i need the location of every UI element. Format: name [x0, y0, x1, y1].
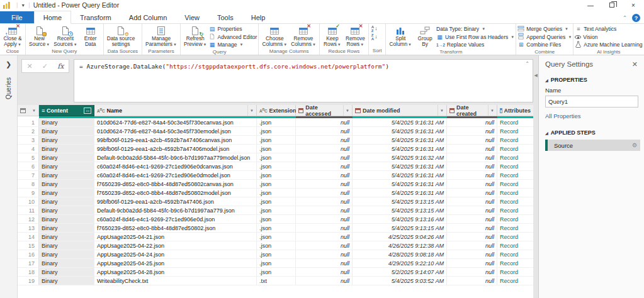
close-button[interactable]: ×	[623, 0, 644, 10]
cell-content[interactable]: Binary	[39, 259, 94, 268]
cell-date-modified[interactable]: 5/4/2025 9:16:31 AM	[353, 145, 447, 153]
cell-extension[interactable]: .json	[257, 215, 296, 224]
cell-name[interactable]: f7650239-d852-e8c0-8bb4-48d87ed50802mode…	[94, 189, 257, 197]
cell-date-accessed[interactable]: null	[296, 224, 353, 233]
cell-content[interactable]: Binary	[39, 268, 94, 277]
quick-access-dropdown-icon[interactable]: ▼	[21, 3, 25, 8]
cell-date-created[interactable]: null	[447, 206, 497, 215]
cell-date-created[interactable]: null	[447, 145, 497, 153]
cell-date-modified[interactable]: 5/4/2025 9:16:31 AM	[353, 171, 447, 180]
cell-content[interactable]: Binary	[39, 197, 94, 206]
cell-date-created[interactable]: null	[447, 118, 497, 127]
cell-content[interactable]: Binary	[39, 180, 94, 189]
cell-name[interactable]: AppUsage2025-04-22.json	[94, 241, 257, 250]
row-number[interactable]: 2	[18, 127, 39, 136]
cell-extension[interactable]: .json	[257, 171, 296, 180]
row-number[interactable]: 17	[18, 259, 39, 268]
queries-pane-label[interactable]: Queries	[5, 77, 12, 99]
row-number[interactable]: 7	[18, 171, 39, 180]
expand-content-icon[interactable]: ↔	[84, 108, 91, 114]
cell-attributes[interactable]: Record	[497, 215, 533, 224]
cell-date-accessed[interactable]: null	[296, 180, 353, 189]
cell-attributes[interactable]: Record	[497, 224, 533, 233]
row-number[interactable]: 8	[18, 180, 39, 189]
cell-extension[interactable]: .json	[257, 197, 296, 206]
combine-files-button[interactable]: ⊞Combine Files	[517, 41, 572, 49]
cell-attributes[interactable]: Record	[497, 180, 533, 189]
cell-date-accessed[interactable]: null	[296, 233, 353, 241]
cell-date-accessed[interactable]: null	[296, 215, 353, 224]
cell-attributes[interactable]: Record	[497, 250, 533, 259]
cell-date-accessed[interactable]: null	[296, 127, 353, 136]
cell-content[interactable]: Binary	[39, 189, 94, 197]
cell-date-accessed[interactable]: null	[296, 145, 353, 153]
cell-attributes[interactable]: Record	[497, 241, 533, 250]
cell-attributes[interactable]: Record	[497, 189, 533, 197]
row-number[interactable]: 3	[18, 136, 39, 145]
cell-date-created[interactable]: null	[447, 233, 497, 241]
cell-date-modified[interactable]: 4/29/2025 9:22:10 AM	[353, 259, 447, 268]
cell-attributes[interactable]: Record	[497, 136, 533, 145]
query-name-input[interactable]	[545, 96, 638, 108]
cell-date-accessed[interactable]: null	[296, 136, 353, 145]
expand-queries-pane-icon[interactable]: ❯	[6, 60, 11, 69]
tab-view[interactable]: View	[176, 11, 208, 23]
collapse-ribbon-icon[interactable]: ⌃	[623, 15, 627, 21]
cell-date-modified[interactable]: 5/4/2025 9:16:31 AM	[353, 136, 447, 145]
cell-date-created[interactable]: null	[447, 259, 497, 268]
replace-values-button[interactable]: 1→2Replace Values	[436, 41, 514, 49]
cell-content[interactable]: Binary	[39, 136, 94, 145]
column-header-date-modified[interactable]: Date modified▼	[353, 105, 447, 116]
cell-date-accessed[interactable]: null	[296, 171, 353, 180]
cell-attributes[interactable]: Record	[497, 233, 533, 241]
cell-date-accessed[interactable]: null	[296, 162, 353, 171]
cell-name[interactable]: WriteabilityCheck.txt	[94, 277, 257, 285]
filter-dropdown-icon[interactable]: ▼	[247, 105, 254, 116]
cell-date-created[interactable]: null	[447, 162, 497, 171]
cell-name[interactable]: 99bfb06f-0129-eea1-a2cb-4592b7a47406canv…	[94, 136, 257, 145]
merge-queries-button[interactable]: Merge Queries▼	[517, 25, 572, 33]
cell-extension[interactable]: .json	[257, 241, 296, 250]
column-header-date-accessed[interactable]: Date accessed▼	[296, 105, 353, 116]
cell-extension[interactable]: .txt	[257, 277, 296, 285]
cell-name[interactable]: 99bfb06f-0129-eea1-a2cb-4592b7a47406mode…	[94, 145, 257, 153]
cell-date-modified[interactable]: 5/4/2025 9:16:31 AM	[353, 127, 447, 136]
row-number[interactable]: 9	[18, 189, 39, 197]
cell-name[interactable]: c60a024f-8d46-e4c1-9269-27c1ed906e0dmode…	[94, 171, 257, 180]
restore-button[interactable]	[601, 0, 623, 10]
remove-columns-button[interactable]: ✕ Remove Columns▼	[289, 25, 318, 48]
collapse-formula-bar-icon[interactable]: ⌃	[525, 61, 529, 67]
cell-attributes[interactable]: Record	[497, 277, 533, 285]
sort-descending-button[interactable]: ZA↓	[370, 33, 378, 41]
cell-date-created[interactable]: null	[447, 197, 497, 206]
row-number[interactable]: 16	[18, 250, 39, 259]
enter-data-button[interactable]: Enter Data	[79, 25, 102, 48]
cell-date-accessed[interactable]: null	[296, 250, 353, 259]
cell-content[interactable]: Binary	[39, 250, 94, 259]
cell-extension[interactable]: .json	[257, 180, 296, 189]
row-number[interactable]: 12	[18, 215, 39, 224]
cell-attributes[interactable]: Record	[497, 259, 533, 268]
cell-content[interactable]: Binary	[39, 241, 94, 250]
cell-attributes[interactable]: Record	[497, 118, 533, 127]
append-queries-button[interactable]: Append Queries▼	[517, 33, 572, 41]
cell-name[interactable]: AppUsage2025-04-28.json	[94, 268, 257, 277]
cell-date-modified[interactable]: 5/4/2025 9:16:32 AM	[353, 153, 447, 162]
cell-date-modified[interactable]: 5/4/2025 9:16:31 AM	[353, 180, 447, 189]
cell-extension[interactable]: .json	[257, 127, 296, 136]
cell-date-accessed[interactable]: null	[296, 206, 353, 215]
cell-content[interactable]: Binary	[39, 233, 94, 241]
cell-attributes[interactable]: Record	[497, 127, 533, 136]
cell-date-created[interactable]: null	[447, 241, 497, 250]
cell-date-created[interactable]: null	[447, 171, 497, 180]
data-source-settings-button[interactable]: ⚙ Data source settings	[105, 25, 137, 48]
data-type-button[interactable]: Data Type: Binary▼	[436, 25, 514, 33]
cell-date-accessed[interactable]: null	[296, 241, 353, 250]
properties-button[interactable]: ▤Properties	[208, 25, 257, 33]
group-by-button[interactable]: Group By	[414, 25, 436, 48]
commit-formula-icon[interactable]: ✓	[42, 62, 48, 70]
cell-content[interactable]: Binary	[39, 145, 94, 153]
cell-extension[interactable]: .json	[257, 268, 296, 277]
column-header-content[interactable]: ≡Content↔	[39, 105, 94, 116]
cell-extension[interactable]: .json	[257, 224, 296, 233]
